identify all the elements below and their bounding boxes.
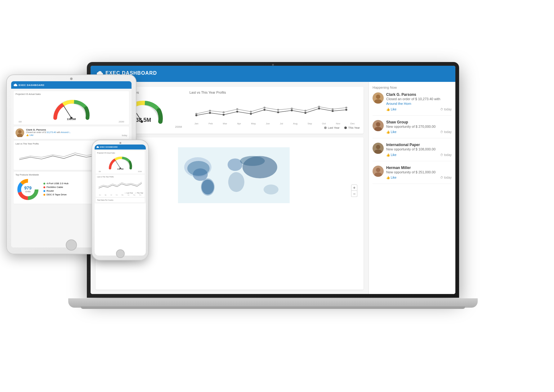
product-1-name: 4-Port USB 2.0 Hub: [47, 182, 69, 185]
avatar-4: [373, 166, 384, 177]
phone-legend: — Last Year — This Year: [97, 192, 143, 194]
time-2: ⏱ today: [440, 130, 452, 134]
svg-point-41: [376, 122, 380, 127]
happening-now-panel: Happening Now Clark G: [369, 82, 455, 294]
svg-point-3: [209, 110, 211, 112]
activity-footer-3: 👍 Like ⏱ today: [386, 153, 452, 157]
svg-point-20: [277, 111, 279, 113]
activity-item-4: Herman Miller New opportunity of $ 251,0…: [373, 166, 452, 184]
phone: EXEC DASHBOARD Projected VS Actual Sales: [92, 140, 149, 261]
time-4: ⏱ today: [440, 176, 452, 179]
phone-gauge-section: Projected VS Actual Sales 138.5M: [96, 151, 145, 174]
svg-point-44: [376, 145, 380, 149]
activity-content-4: Herman Miller New opportunity of $ 251,0…: [386, 166, 452, 179]
svg-text:138.5M: 138.5M: [117, 168, 123, 170]
line-chart-svg: [190, 97, 360, 122]
like-btn-4[interactable]: 👍 Like: [386, 176, 396, 179]
laptop-camera: [272, 64, 274, 66]
phone-gauge-title: Projected VS Actual Sales: [97, 152, 143, 154]
activity-name-2: Shaw Group: [386, 120, 452, 124]
like-btn-2[interactable]: 👍 Like: [386, 130, 396, 134]
svg-point-12: [332, 108, 334, 110]
profit-title: Last vs This Year Profits: [190, 91, 360, 94]
svg-point-14: [195, 114, 197, 116]
tablet-products-legend: 4-Port USB 2.0 Hub FireWire Cable Router: [43, 182, 69, 197]
svg-point-38: [376, 95, 380, 99]
map-zoom-controls[interactable]: + −: [351, 185, 357, 197]
line-chart: [190, 97, 360, 122]
svg-point-33: [263, 185, 278, 194]
activity-footer-2: 👍 Like ⏱ today: [386, 130, 452, 134]
activity-name-4: Herman Miller: [386, 166, 452, 170]
activity-item-3: International Paper New opportunity of $…: [373, 143, 452, 161]
svg-point-22: [304, 112, 306, 114]
legend-last-year: Last Year: [328, 126, 340, 129]
activity-desc-3: New opportunity of $ 108,000.00: [386, 147, 452, 152]
like-btn-1[interactable]: 👍 Like: [386, 108, 396, 111]
tablet-avatar: [16, 128, 24, 137]
chart-legend: Last Year This Year: [190, 126, 360, 130]
svg-point-17: [236, 111, 238, 113]
tablet-activity: Clark G. Parsons Closed an order of $ 10…: [14, 127, 129, 139]
tablet-gauge-svg: 138.5M: [50, 96, 93, 121]
phone-map-title: Total Sales Per Country: [97, 199, 143, 201]
activity-item-1: Clark G. Parsons Closed an order of $ 10…: [373, 92, 452, 116]
svg-text:138.5M: 138.5M: [67, 118, 76, 121]
phone-body: EXEC DASHBOARD Projected VS Actual Sales: [92, 140, 149, 261]
tablet-gauge-title: Projected VS Actual Sales: [16, 93, 127, 95]
activity-footer-1: 👍 Like ⏱ today: [386, 108, 452, 111]
svg-point-11: [318, 106, 320, 108]
tablet-title: EXEC DASHBOARD: [19, 84, 44, 87]
time-3: ⏱ today: [440, 153, 452, 157]
activity-desc-2: New opportunity of $ 270,000.00: [386, 124, 452, 129]
avatar-2: [373, 120, 384, 131]
profit-chart-section: Last vs This Year Profits: [190, 91, 360, 130]
tablet-activity-desc: Closed an order of $ 10,273.40 with Arou…: [26, 131, 127, 133]
like-btn-3[interactable]: 👍 Like: [386, 153, 396, 157]
phone-title: EXEC DASHBOARD: [100, 146, 118, 148]
avatar-3: [373, 143, 384, 154]
svg-point-6: [250, 111, 252, 113]
svg-point-7: [263, 107, 266, 109]
activity-desc-4: New opportunity of $ 251,000.00: [386, 170, 452, 175]
activity-name-3: International Paper: [386, 143, 452, 147]
phone-line-svg: [97, 178, 143, 191]
svg-line-49: [64, 106, 71, 118]
phone-profit-section: Last vs This Year Profits — Last Year — …: [96, 175, 145, 197]
activity-content-3: International Paper New opportunity of $…: [386, 143, 452, 156]
activity-footer-4: 👍 Like ⏱ today: [386, 176, 452, 179]
tablet-units-label: Units: [24, 190, 31, 193]
tablet-units-value: 979: [24, 186, 31, 190]
activity-item-2: Shaw Group New opportunity of $ 270,000.…: [373, 120, 452, 138]
laptop-dashboard-header: EXEC DASHBOARD: [91, 66, 455, 82]
svg-point-35: [187, 161, 209, 176]
svg-line-59: [115, 161, 120, 168]
svg-point-24: [332, 110, 334, 112]
phone-screen: EXEC DASHBOARD Projected VS Actual Sales: [95, 145, 146, 256]
svg-point-31: [228, 172, 244, 192]
svg-point-34: [240, 156, 265, 166]
tablet-dashboard-header: EXEC DASHBOARD: [11, 81, 132, 89]
activity-desc-1: Closed an order of $ 10,273.40 with Arou…: [386, 97, 452, 106]
svg-point-36: [201, 180, 214, 194]
product-3-name: Router: [47, 189, 54, 192]
phone-home-button[interactable]: [116, 249, 125, 258]
laptop-base-bottom: [81, 306, 465, 309]
phone-gauge-svg: 138.5M: [106, 154, 134, 170]
phone-content: Projected VS Actual Sales 138.5M: [95, 149, 146, 203]
svg-point-23: [318, 108, 320, 109]
avatar-1: [373, 92, 384, 104]
x-labels: Jan Feb Mar Apr May Jun Jul Aug Sep Oc: [190, 122, 360, 125]
tablet-donut-center: 979 Units: [24, 186, 31, 193]
time-1: ⏱ today: [440, 108, 452, 111]
tablet-home-button[interactable]: [66, 239, 77, 251]
activity-content-1: Clark G. Parsons Closed an order of $ 10…: [386, 92, 452, 111]
activity-link-1[interactable]: Around the Horn: [386, 102, 411, 105]
tablet-like-btn[interactable]: 👍 Like: [26, 134, 34, 136]
svg-point-8: [277, 109, 279, 111]
zoom-out-button[interactable]: −: [351, 191, 357, 197]
tablet-gauge-section: Projected VS Actual Sales 138.5M: [14, 91, 129, 125]
svg-point-47: [376, 168, 380, 172]
svg-point-4: [222, 111, 225, 113]
zoom-in-button[interactable]: +: [351, 185, 357, 191]
